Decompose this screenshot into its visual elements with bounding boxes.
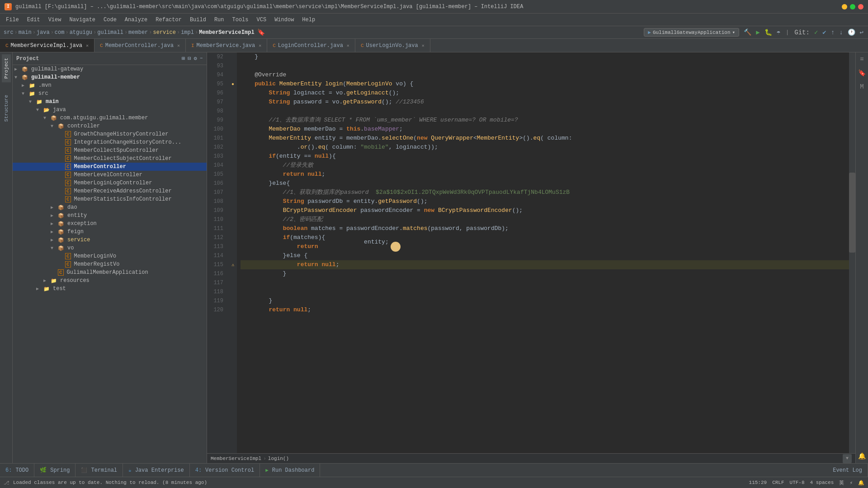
tree-test[interactable]: ▶ 📁 test — [13, 285, 207, 293]
tree-spu-ctrl[interactable]: C MemberCollectSpuController — [13, 146, 207, 155]
tab-close-0[interactable]: ✕ — [86, 43, 89, 48]
status-position[interactable]: 115:29 — [749, 480, 767, 485]
notifications-icon[interactable]: 🔔 — [857, 451, 867, 461]
tab-close-1[interactable]: ✕ — [177, 43, 180, 48]
tree-gulimall-gateway[interactable]: ▶ 📦 gulimall-gateway — [13, 65, 207, 73]
tree-integration-ctrl[interactable]: C IntegrationChangeHistoryContro... — [13, 138, 207, 146]
tree-dao[interactable]: ▶ 📦 dao — [13, 203, 207, 211]
maven-icon[interactable]: M — [859, 82, 865, 92]
tree-member-ctrl[interactable]: C MemberController — [13, 163, 207, 171]
hide-panel-icon[interactable]: – — [200, 55, 203, 62]
tree-java[interactable]: ▼ 📂 java — [13, 106, 207, 114]
tab-close-3[interactable]: ✕ — [347, 43, 349, 48]
tab-close-4[interactable]: ✕ — [422, 43, 425, 48]
status-crlf[interactable]: CRLF — [772, 480, 784, 485]
git-push-icon[interactable]: ↑ — [830, 28, 835, 37]
tree-gulimallapp[interactable]: C GulimallMemberApplication — [13, 268, 207, 277]
tab-event-log[interactable]: Event Log — [827, 464, 868, 477]
tree-stats-ctrl[interactable]: C MemberStatisticsInfoController — [13, 195, 207, 203]
bc-service[interactable]: service — [153, 29, 176, 36]
tab-todo[interactable]: 6: TODO — [0, 464, 34, 477]
menu-run[interactable]: Run — [211, 15, 228, 24]
menu-analyze[interactable]: Analyze — [121, 15, 151, 24]
bc-gulimall[interactable]: gulimall — [97, 29, 123, 36]
menu-tools[interactable]: Tools — [229, 15, 252, 24]
breakpoint-icon[interactable]: ● — [231, 82, 234, 87]
tab-close-2[interactable]: ✕ — [259, 43, 261, 48]
tree-service[interactable]: ▶ 📦 service — [13, 236, 207, 244]
tree-package[interactable]: ▼ 📦 com.atguigu.gulimall.member — [13, 114, 207, 122]
tab-run-dashboard[interactable]: ▶ Run Dashboard — [260, 464, 320, 477]
debug-icon[interactable]: 🐛 — [764, 28, 773, 37]
git-commit-icon[interactable]: ✔ — [821, 28, 827, 37]
tab-terminal[interactable]: ⬛ Terminal — [75, 464, 123, 477]
tab-java-enterprise[interactable]: ☕ Java Enterprise — [123, 464, 190, 477]
tree-vo[interactable]: ▼ 📦 vo — [13, 244, 207, 252]
tree-src[interactable]: ▼ 📁 src — [13, 89, 207, 98]
tab-spring[interactable]: 🌿 Spring — [34, 464, 75, 477]
tree-growth-ctrl[interactable]: C GrowthChangeHistoryController — [13, 130, 207, 138]
git-check-icon[interactable]: ✓ — [813, 28, 819, 37]
menu-refactor[interactable]: Refactor — [152, 15, 185, 24]
status-notifications[interactable]: 🔔 — [858, 480, 864, 486]
tree-level-ctrl[interactable]: C MemberLevelController — [13, 171, 207, 179]
tab-logincontroller[interactable]: C LoginController.java ✕ — [267, 39, 355, 52]
tree-entity[interactable]: ▶ 📦 entity — [13, 211, 207, 220]
menu-code[interactable]: Code — [100, 15, 120, 24]
tab-membercontroller[interactable]: C MemberController.java ✕ — [94, 39, 186, 52]
bc-java[interactable]: java — [37, 29, 50, 36]
tree-subject-ctrl[interactable]: C MemberCollectSubjectController — [13, 155, 207, 163]
menu-build[interactable]: Build — [186, 15, 210, 24]
tree-mvn[interactable]: ▶ 📁 .mvn — [13, 81, 207, 89]
tab-userloginvo[interactable]: C UserLoginVo.java ✕ — [355, 39, 430, 52]
bc-com[interactable]: com — [55, 29, 65, 36]
bc-src[interactable]: src — [4, 29, 14, 36]
build-icon[interactable]: 🔨 — [743, 28, 752, 37]
maximize-button[interactable] — [850, 4, 855, 9]
tree-controller[interactable]: ▼ 📦 controller — [13, 122, 207, 130]
tree-gulimall-member[interactable]: ▼ 📦 gulimall-member — [13, 73, 207, 81]
bookmark-icon[interactable]: 🔖 — [257, 28, 265, 36]
bc-atguigu[interactable]: atguigu — [70, 29, 92, 36]
code-content[interactable]: } @Override public MemberEntity login(Me… — [237, 52, 849, 453]
tab-project[interactable]: Project — [2, 54, 11, 82]
tree-loginlog-ctrl[interactable]: C MemberLoginLogController — [13, 179, 207, 187]
structure-icon[interactable]: ≡ — [859, 54, 865, 64]
revert-icon[interactable]: ↩ — [859, 28, 864, 37]
menu-file[interactable]: File — [2, 15, 23, 24]
menu-view[interactable]: View — [45, 15, 65, 24]
scroll-end-button[interactable]: ▼ — [843, 454, 852, 463]
tab-structure[interactable]: Structure — [2, 91, 11, 125]
tab-memberserviceimpl[interactable]: C MemberServiceImpl.java ✕ — [0, 39, 94, 52]
bookmark-sidebar-icon[interactable]: 🔖 — [857, 68, 867, 78]
tree-memberloginvo[interactable]: C MemberLoginVo — [13, 252, 207, 260]
status-lang[interactable]: 英 — [839, 479, 844, 486]
collapse-all-icon[interactable]: ⊟ — [188, 55, 191, 62]
close-button[interactable] — [858, 4, 863, 9]
tree-main[interactable]: ▼ 📁 main — [13, 98, 207, 106]
menu-window[interactable]: Window — [271, 15, 297, 24]
expand-all-icon[interactable]: ⊞ — [182, 55, 185, 62]
menu-edit[interactable]: Edit — [24, 15, 44, 24]
minimize-button[interactable] — [842, 4, 847, 9]
menu-vcs[interactable]: VCS — [253, 15, 270, 24]
history-icon[interactable]: 🕐 — [847, 28, 856, 37]
bc-impl[interactable]: impl — [181, 29, 194, 36]
code-editor[interactable]: 92 93 94 95 96 97 98 99 100 101 102 103 … — [207, 52, 855, 463]
run-config-dropdown[interactable]: ▶ GulimallGatewayApplication ▾ — [644, 28, 739, 37]
status-charset[interactable]: UTF-8 — [790, 480, 805, 485]
tree-feign[interactable]: ▶ 📦 feign — [13, 228, 207, 236]
bc-member[interactable]: member — [128, 29, 148, 36]
coverage-icon[interactable]: ☂ — [776, 28, 781, 37]
bc-main[interactable]: main — [19, 29, 32, 36]
menu-navigate[interactable]: Navigate — [66, 15, 99, 24]
menu-help[interactable]: Help — [298, 15, 319, 24]
tree-exception[interactable]: ▶ 📦 exception — [13, 220, 207, 228]
settings-icon[interactable]: ⚙ — [194, 55, 197, 62]
tab-memberservice[interactable]: I MemberService.java ✕ — [186, 39, 267, 52]
status-power-icon[interactable]: ⚡ — [849, 480, 853, 486]
tab-version-control[interactable]: 4: Version Control — [190, 464, 260, 477]
tree-memberregistvo[interactable]: C MemberRegistVo — [13, 260, 207, 268]
git-update-icon[interactable]: ↓ — [838, 28, 844, 37]
run-icon[interactable]: ▶ — [755, 28, 760, 37]
